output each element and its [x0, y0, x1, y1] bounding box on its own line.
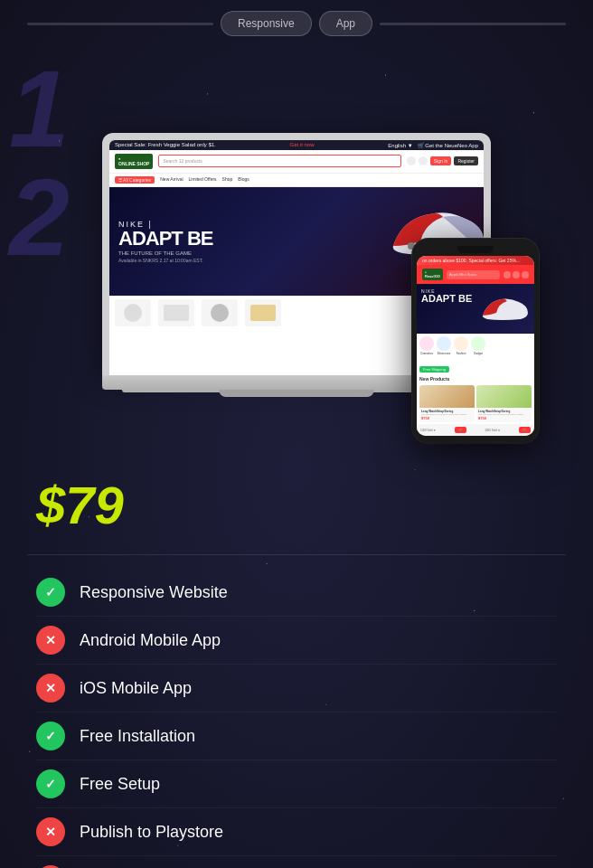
section-divider [27, 554, 566, 555]
phone-screen: on orders above $100. Special offers: Ge… [417, 256, 534, 436]
phone-cat-fashion[interactable]: Fashion [454, 336, 468, 355]
feature-label-free-installation: Free Installation [80, 727, 195, 746]
logo-text: ONLINE SHOP [118, 161, 149, 166]
phone-app-name: ReselGO [425, 274, 440, 278]
feature-item-publish-playstore: ✕Publish to Playstore [36, 808, 557, 856]
price-tag: $79 [36, 479, 557, 532]
product-thumb-4 [245, 299, 281, 326]
features-list: ✓Responsive Website✕Android Mobile App✕i… [27, 569, 566, 868]
phone-heart-icon[interactable] [504, 271, 511, 278]
phone-free-shipping: Free Shipping [419, 366, 449, 373]
site-navbar: ● ONLINE SHOP Search 12 products Sign In… [109, 150, 484, 174]
phone-cart-row: 1000 Sold ▼ 🛒 1000 Sold ▼ 🛒 [417, 424, 534, 436]
phone-action-icons [504, 271, 529, 278]
announce-right: English ▼ 🛒 Get the NeueNeo App [388, 142, 478, 148]
site-categories-nav: ☰ All Categories New Arrival Limited Off… [109, 174, 484, 187]
cat-limited[interactable]: Limited Offers [189, 176, 217, 184]
product-thumb-2 [158, 299, 194, 326]
phone-announce-text: on orders above $100. Special offers: Ge… [422, 258, 520, 263]
feature-icon-publish-playstore: ✕ [36, 817, 65, 846]
top-bar-line-right [380, 23, 566, 25]
top-bar: Responsive App [27, 0, 566, 54]
price-section: $79 [27, 461, 566, 541]
feature-label-ios-app: iOS Mobile App [80, 679, 192, 698]
feature-item-free-installation: ✓Free Installation [36, 712, 557, 760]
feature-label-responsive-website: Responsive Website [80, 583, 228, 602]
cat-all[interactable]: ☰ All Categories [115, 176, 155, 184]
top-bar-line-left [27, 23, 213, 25]
feature-item-responsive-website: ✓Responsive Website [36, 569, 557, 617]
phone-share-icon[interactable] [513, 271, 520, 278]
phone-categories: Cosmetics Electronics Fashion Gadge [417, 334, 534, 358]
phone-cat-gadget[interactable]: Gadget [471, 336, 485, 355]
device-showcase: Special Sale: Fresh Veggie Salad only $1… [27, 63, 566, 461]
cart-icon[interactable] [419, 156, 428, 165]
hero-date: Available in SNKRS 2.17 at 10:00am EST. [118, 258, 212, 263]
phone-announce: on orders above $100. Special offers: Ge… [417, 256, 534, 265]
phone-cat-cosmetics[interactable]: Cosmetics [419, 336, 434, 355]
search-placeholder: Search 12 products [163, 158, 202, 164]
sale-link: Get it now [290, 142, 315, 147]
feature-icon-responsive-website: ✓ [36, 578, 65, 607]
announce-text: Special Sale: Fresh Veggie Salad only $1… [115, 142, 216, 147]
phone-cat-electronics[interactable]: Electronics [437, 336, 451, 355]
cat-shop[interactable]: Shop [222, 176, 233, 184]
hero-subtitle: THE FUTURE OF THE GAME [118, 250, 212, 256]
site-nav-icons: Sign In Register [407, 156, 478, 165]
hero-text: NIKE | ADAPT BE THE FUTURE OF THE GAME A… [118, 220, 212, 263]
wishlist-icon[interactable] [407, 156, 416, 165]
feature-item-free-setup: ✓Free Setup [36, 760, 557, 808]
sign-in-button[interactable]: Sign In [430, 156, 452, 165]
tab-app[interactable]: App [319, 11, 372, 36]
phone-products-grid: Long WatchStrap Boring You can write you… [417, 383, 534, 424]
feature-item-ios-app: ✕iOS Mobile App [36, 665, 557, 712]
feature-label-android-app: Android Mobile App [80, 631, 221, 650]
feature-item-publish-appstore: ✕Publish to Apptore [36, 856, 557, 868]
phone-outer: on orders above $100. Special offers: Ge… [412, 239, 539, 443]
product-1-price: $750 [421, 416, 473, 420]
feature-label-free-setup: Free Setup [80, 775, 160, 794]
product-thumb-3 [202, 299, 238, 326]
phone-product-2[interactable]: Long WatchStrap Boring You can write you… [476, 385, 532, 422]
feature-icon-ios-app: ✕ [36, 674, 65, 703]
cat-blogs[interactable]: Blogs [238, 176, 249, 184]
site-logo: ● ONLINE SHOP [115, 154, 153, 169]
feature-label-publish-playstore: Publish to Playstore [80, 823, 223, 842]
feature-item-android-app: ✕Android Mobile App [36, 617, 557, 665]
phone-add-cart-btn[interactable]: 🛒 [455, 427, 466, 433]
phone-hero-banner: NIKE ADAPT BE [417, 284, 534, 334]
phone-notch [457, 246, 494, 253]
site-search-bar[interactable]: Search 12 products [158, 155, 400, 167]
tab-responsive[interactable]: Responsive [221, 11, 312, 36]
phone-product-1[interactable]: Long WatchStrap Boring You can write you… [419, 385, 475, 422]
phone-section-title: New Products [417, 374, 534, 383]
phone-cart-icon[interactable] [522, 271, 529, 278]
phone-logo: ● ReselGO [422, 269, 443, 280]
cat-new-arrival[interactable]: New Arrival [160, 176, 183, 184]
hero-title: ADAPT BE [118, 229, 212, 249]
phone-add-cart-btn-2[interactable]: 🛒 [519, 427, 531, 433]
product-thumb-1 [115, 299, 151, 326]
feature-icon-android-app: ✕ [36, 626, 65, 655]
site-announce-bar: Special Sale: Fresh Veggie Salad only $1… [109, 140, 484, 150]
register-button[interactable]: Register [454, 156, 478, 165]
phone-mockup: on orders above $100. Special offers: Ge… [412, 239, 539, 443]
product-2-price: $750 [478, 416, 530, 420]
phone-app-bar: ● ReselGO Apple Mini Scala [417, 265, 534, 284]
feature-icon-free-setup: ✓ [36, 769, 65, 798]
feature-icon-free-installation: ✓ [36, 722, 65, 750]
